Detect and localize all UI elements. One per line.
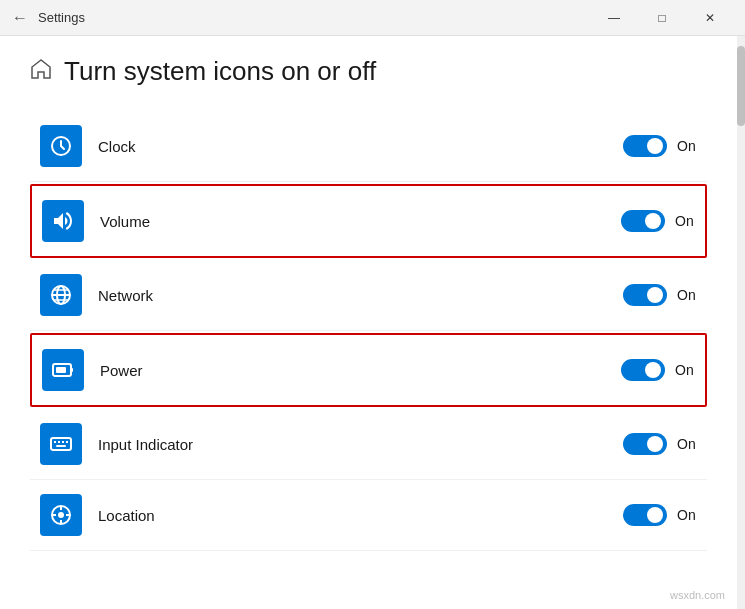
- clock-toggle-area: On: [623, 135, 697, 157]
- power-icon-box: [42, 349, 84, 391]
- title-bar: ← Settings — □ ✕: [0, 0, 745, 36]
- minimize-button[interactable]: —: [591, 4, 637, 32]
- setting-row-volume: Volume On: [30, 184, 707, 258]
- volume-status: On: [675, 213, 695, 229]
- input-icon-box: [40, 423, 82, 465]
- title-bar-controls: — □ ✕: [591, 4, 733, 32]
- location-toggle-thumb: [647, 507, 663, 523]
- location-icon-box: [40, 494, 82, 536]
- main-area: Turn system icons on or off Clock On Vol…: [0, 36, 745, 609]
- watermark: wsxdn.com: [670, 589, 725, 601]
- location-toggle-area: On: [623, 504, 697, 526]
- clock-toggle-thumb: [647, 138, 663, 154]
- network-status: On: [677, 287, 697, 303]
- network-label: Network: [98, 287, 607, 304]
- svg-rect-7: [56, 367, 66, 373]
- clock-toggle[interactable]: [623, 135, 667, 157]
- title-bar-left: ← Settings: [12, 9, 85, 27]
- page-title: Turn system icons on or off: [64, 56, 376, 87]
- volume-label: Volume: [100, 213, 605, 230]
- power-label: Power: [100, 362, 605, 379]
- scrollbar[interactable]: [737, 36, 745, 609]
- network-toggle[interactable]: [623, 284, 667, 306]
- location-status: On: [677, 507, 697, 523]
- power-toggle-thumb: [645, 362, 661, 378]
- volume-icon-box: [42, 200, 84, 242]
- power-toggle[interactable]: [621, 359, 665, 381]
- home-icon: [30, 58, 52, 85]
- network-toggle-area: On: [623, 284, 697, 306]
- input-indicator-toggle-area: On: [623, 433, 697, 455]
- setting-row-network: Network On: [30, 260, 707, 331]
- page-header: Turn system icons on or off: [30, 56, 707, 87]
- input-indicator-toggle-thumb: [647, 436, 663, 452]
- location-label: Location: [98, 507, 607, 524]
- scrollbar-thumb[interactable]: [737, 46, 745, 126]
- svg-rect-8: [71, 368, 73, 372]
- svg-rect-9: [51, 438, 71, 450]
- input-indicator-status: On: [677, 436, 697, 452]
- input-indicator-label: Input Indicator: [98, 436, 607, 453]
- svg-rect-14: [56, 445, 66, 447]
- clock-icon-box: [40, 125, 82, 167]
- volume-toggle-area: On: [621, 210, 695, 232]
- clock-label: Clock: [98, 138, 607, 155]
- clock-status: On: [677, 138, 697, 154]
- setting-row-location: Location On: [30, 480, 707, 551]
- input-indicator-toggle[interactable]: [623, 433, 667, 455]
- setting-row-clock: Clock On: [30, 111, 707, 182]
- close-button[interactable]: ✕: [687, 4, 733, 32]
- network-icon-box: [40, 274, 82, 316]
- back-button[interactable]: ←: [12, 9, 28, 27]
- volume-toggle-thumb: [645, 213, 661, 229]
- svg-rect-10: [54, 441, 56, 443]
- settings-list: Clock On Volume On: [30, 111, 707, 551]
- svg-rect-12: [62, 441, 64, 443]
- maximize-button[interactable]: □: [639, 4, 685, 32]
- setting-row-input-indicator: Input Indicator On: [30, 409, 707, 480]
- volume-toggle[interactable]: [621, 210, 665, 232]
- svg-rect-13: [66, 441, 68, 443]
- power-status: On: [675, 362, 695, 378]
- location-toggle[interactable]: [623, 504, 667, 526]
- content-area: Turn system icons on or off Clock On Vol…: [0, 36, 737, 609]
- svg-rect-11: [58, 441, 60, 443]
- power-toggle-area: On: [621, 359, 695, 381]
- setting-row-power: Power On: [30, 333, 707, 407]
- network-toggle-thumb: [647, 287, 663, 303]
- title-bar-title: Settings: [38, 10, 85, 25]
- svg-point-16: [58, 512, 64, 518]
